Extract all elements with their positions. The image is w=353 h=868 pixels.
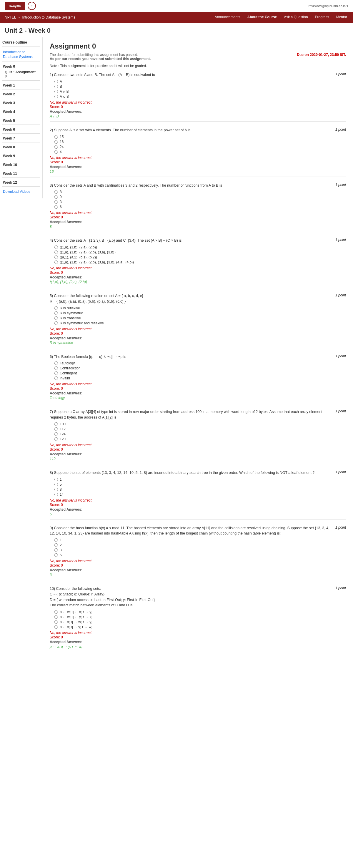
sidebar-section-week4[interactable]: Week 4 [2,108,40,115]
sidebar-section-week10[interactable]: Week 10 [2,161,40,167]
question-3-radio-3[interactable] [55,200,58,204]
sidebar-subitem-quiz0[interactable]: Quiz : Assignment 0 [2,69,40,79]
question-7-radio-3[interactable] [55,432,58,436]
question-5-option-3[interactable]: R is transitive [55,316,346,320]
question-10-radio-1[interactable] [55,610,58,614]
question-3-option-3[interactable]: 3 [55,200,346,204]
question-5-option-4[interactable]: R is symmetric and reflexive [55,321,346,325]
question-8-radio-1[interactable] [55,478,58,481]
question-4-radio-4[interactable] [55,260,58,264]
sidebar-section-week2[interactable]: Week 2 [2,91,40,97]
question-9-option-3[interactable]: 3 [55,548,346,552]
question-4-option-1[interactable]: {(1,a), (1,b), (2,a), (2,b)} [55,245,346,249]
sidebar-section-week6[interactable]: Week 6 [2,126,40,132]
question-9-radio-3[interactable] [55,548,58,552]
question-4-option-4[interactable]: {(1,a), (1,b), (2,a), (2,b), (3,a), (3,b… [55,260,346,264]
question-2-option-1[interactable]: 15 [55,135,346,139]
question-3-option-1[interactable]: 8 [55,190,346,194]
sidebar-section-week9[interactable]: Week 9 [2,152,40,159]
question-1-option-1[interactable]: A [55,80,346,84]
question-4-radio-2[interactable] [55,250,58,254]
sidebar-section-week7[interactable]: Week 7 [2,135,40,141]
question-7-radio-4[interactable] [55,437,58,441]
question-2-option-2[interactable]: 16 [55,140,346,144]
sidebar-section-week8[interactable]: Week 8 [2,144,40,150]
nav-announcements[interactable]: Announcements [214,14,242,20]
question-6-radio-4[interactable] [55,376,58,380]
question-7-option-2[interactable]: 112 [55,427,346,431]
question-5-radio-3[interactable] [55,316,58,320]
question-1-radio-1[interactable] [55,80,58,83]
question-7-radio-1[interactable] [55,422,58,426]
question-6-radio-2[interactable] [55,367,58,370]
question-2-radio-4[interactable] [55,150,58,154]
question-7-option-3[interactable]: 124 [55,432,346,436]
nav-about-course[interactable]: About the Course [246,14,278,20]
sidebar-section-week1[interactable]: Week 1 [2,82,40,88]
question-9-radio-2[interactable] [55,544,58,547]
question-8-option-3[interactable]: 8 [55,488,346,492]
question-3-radio-1[interactable] [55,190,58,194]
question-5-radio-4[interactable] [55,321,58,325]
question-10-option-2[interactable]: p ↔ w; q ↔ y; r ↔ x; [55,615,346,619]
question-5-option-1[interactable]: R is reflexive [55,306,346,310]
question-1-option-4[interactable]: A ∪ B [55,94,346,99]
question-2-option-3[interactable]: 24 [55,145,346,149]
breadcrumb-nptel[interactable]: NPTEL [5,15,16,20]
question-6-option-4[interactable]: Invalid [55,376,346,380]
question-8-option-2[interactable]: 5 [55,483,346,487]
question-9-radio-4[interactable] [55,553,58,557]
question-3-option-2[interactable]: 9 [55,195,346,199]
question-2-radio-3[interactable] [55,145,58,149]
question-10-radio-3[interactable] [55,620,58,624]
question-7-option-1[interactable]: 100 [55,422,346,426]
question-1-option-2[interactable]: B [55,85,346,89]
question-10-option-1[interactable]: p ↔ w; q ↔ x; r ↔ y; [55,610,346,614]
question-3-radio-4[interactable] [55,205,58,209]
sidebar-item-intro[interactable]: Introduction to Database Systems [2,49,40,60]
question-9-option-1[interactable]: 1 [55,538,346,542]
question-4-radio-3[interactable] [55,255,58,259]
question-8-radio-3[interactable] [55,488,58,491]
question-10-option-3[interactable]: p ↔ x; q ↔ w; r ↔ y; [55,620,346,624]
question-1-radio-2[interactable] [55,85,58,88]
question-6-radio-3[interactable] [55,371,58,375]
question-3-option-4[interactable]: 6 [55,205,346,209]
question-5-option-2[interactable]: R is symmetric [55,311,346,315]
sidebar-section-week11[interactable]: Week 11 [2,170,40,176]
question-3-radio-2[interactable] [55,195,58,199]
question-2-radio-2[interactable] [55,140,58,144]
question-8-option-1[interactable]: 1 [55,477,346,482]
sidebar-section-week0[interactable]: Week 0 [2,63,40,69]
question-8-radio-2[interactable] [55,483,58,486]
question-5-radio-2[interactable] [55,311,58,315]
question-5-radio-1[interactable] [55,306,58,310]
sidebar-section-week12[interactable]: Week 12 [2,179,40,185]
question-1-option-3[interactable]: A ∩ B [55,90,346,94]
download-videos-link[interactable]: Download Videos [2,188,40,195]
question-10-radio-2[interactable] [55,615,58,619]
question-2-option-4[interactable]: 4 [55,150,346,154]
question-9-radio-1[interactable] [55,538,58,542]
question-6-option-1[interactable]: Tautology [55,361,346,365]
question-4-option-3[interactable]: {(a,1), (a,2), (b,1), (b,2)} [55,255,346,259]
question-10-option-4[interactable]: p ↔ x; q ↔ y; r ↔ w; [55,625,346,629]
question-9-option-2[interactable]: 2 [55,543,346,547]
question-4-option-2[interactable]: {(1,a), (1,b), (2,a), (2,b), (3,a), (3,b… [55,250,346,254]
breadcrumb-course[interactable]: Introduction to Database Systems [22,15,75,20]
user-email[interactable]: rpvkword@nptel.iitm.ac.in ▾ [309,4,348,8]
question-4-radio-1[interactable] [55,246,58,249]
question-2-radio-1[interactable] [55,135,58,138]
question-10-radio-4[interactable] [55,625,58,629]
nav-progress[interactable]: Progress [314,14,330,20]
question-6-option-3[interactable]: Contingent [55,371,346,375]
sidebar-section-week5[interactable]: Week 5 [2,117,40,123]
question-7-radio-2[interactable] [55,427,58,431]
question-7-option-4[interactable]: 120 [55,437,346,441]
nav-mentor[interactable]: Mentor [335,14,348,20]
question-9-option-4[interactable]: 5 [55,553,346,557]
nav-ask-question[interactable]: Ask a Question [283,14,309,20]
sidebar-section-week3[interactable]: Week 3 [2,99,40,106]
question-1-radio-4[interactable] [55,95,58,98]
question-6-option-2[interactable]: Contradiction [55,366,346,370]
